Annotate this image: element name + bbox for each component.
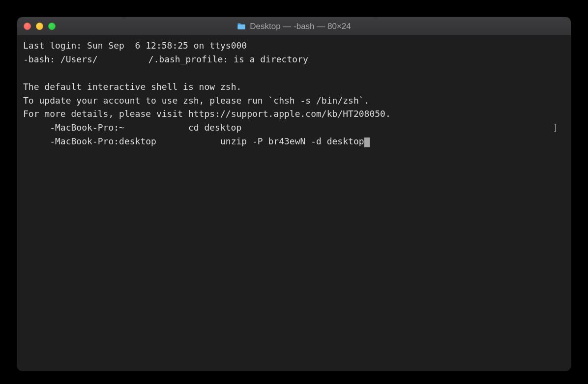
command-text: unzip -P br43ewN -d desktop — [220, 136, 364, 146]
folder-icon — [237, 23, 246, 30]
titlebar[interactable]: Desktop — -bash — 80×24 — [17, 17, 571, 36]
bracket-char: ] — [553, 121, 558, 135]
prompt-line: -MacBook-Pro:desktopunzip -P br43ewN -d … — [23, 135, 565, 148]
window-controls — [17, 23, 56, 30]
output-line: Last login: Sun Sep 6 12:58:25 on ttys00… — [23, 39, 565, 53]
output-line: For more details, please visit https://s… — [23, 107, 565, 121]
window-title: Desktop — -bash — 80×24 — [250, 22, 351, 31]
prompt-line: -MacBook-Pro:~cd desktop] — [23, 121, 565, 135]
output-line: The default interactive shell is now zsh… — [23, 80, 565, 94]
text-segment: -bash: /Users/ — [23, 54, 98, 64]
zoom-button[interactable] — [48, 23, 56, 30]
output-line: To update your account to use zsh, pleas… — [23, 94, 565, 108]
text-segment: /.bash_profile: is a directory — [148, 54, 308, 64]
command-text: cd desktop — [188, 122, 241, 133]
prompt-text: -MacBook-Pro:~ — [50, 122, 124, 133]
window-title-wrap: Desktop — -bash — 80×24 — [237, 22, 351, 31]
terminal-content[interactable]: Last login: Sun Sep 6 12:58:25 on ttys00… — [17, 36, 571, 371]
cursor — [364, 137, 370, 148]
close-button[interactable] — [24, 23, 31, 30]
minimize-button[interactable] — [36, 23, 43, 30]
blank-line — [23, 66, 565, 80]
terminal-window: Desktop — -bash — 80×24 Last login: Sun … — [17, 17, 571, 371]
output-line: -bash: /Users//.bash_profile: is a direc… — [23, 53, 565, 66]
prompt-text: -MacBook-Pro:desktop — [50, 136, 156, 146]
